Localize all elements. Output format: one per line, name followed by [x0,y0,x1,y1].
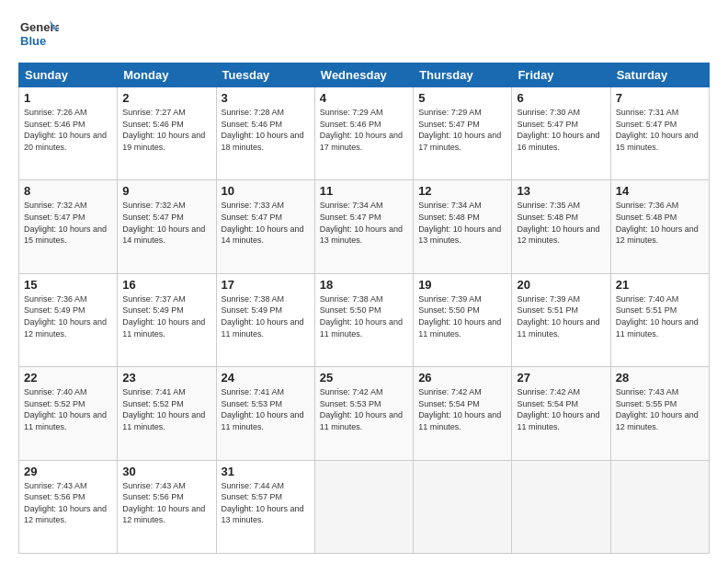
calendar-day-cell [414,460,512,553]
calendar-day-cell: 4 Sunrise: 7:29 AM Sunset: 5:46 PM Dayli… [314,87,413,180]
day-info: Sunrise: 7:33 AM Sunset: 5:47 PM Dayligh… [222,200,310,246]
calendar-day-header: Thursday [414,63,512,87]
calendar-day-cell: 20 Sunrise: 7:39 AM Sunset: 5:51 PM Dayl… [512,273,610,366]
day-info: Sunrise: 7:38 AM Sunset: 5:49 PM Dayligh… [222,293,310,339]
day-number: 12 [418,184,506,198]
day-info: Sunrise: 7:40 AM Sunset: 5:51 PM Dayligh… [616,293,704,339]
day-info: Sunrise: 7:29 AM Sunset: 5:47 PM Dayligh… [418,107,506,153]
calendar-day-cell: 6 Sunrise: 7:30 AM Sunset: 5:47 PM Dayli… [512,87,610,180]
day-number: 23 [122,371,210,385]
calendar-day-header: Sunday [19,63,118,87]
day-number: 31 [222,465,310,478]
day-info: Sunrise: 7:36 AM Sunset: 5:49 PM Dayligh… [24,293,112,339]
calendar-day-cell: 21 Sunrise: 7:40 AM Sunset: 5:51 PM Dayl… [610,273,709,366]
calendar-day-cell: 7 Sunrise: 7:31 AM Sunset: 5:47 PM Dayli… [610,87,709,180]
day-info: Sunrise: 7:39 AM Sunset: 5:50 PM Dayligh… [418,293,506,339]
day-info: Sunrise: 7:38 AM Sunset: 5:50 PM Dayligh… [320,293,408,339]
day-info: Sunrise: 7:35 AM Sunset: 5:48 PM Dayligh… [517,200,605,246]
day-number: 8 [24,184,112,198]
day-info: Sunrise: 7:44 AM Sunset: 5:57 PM Dayligh… [222,480,310,526]
day-number: 5 [418,91,506,105]
day-info: Sunrise: 7:34 AM Sunset: 5:47 PM Dayligh… [320,200,408,246]
day-number: 4 [320,91,408,105]
day-number: 9 [122,184,210,198]
calendar-day-cell: 12 Sunrise: 7:34 AM Sunset: 5:48 PM Dayl… [414,180,512,273]
calendar-header-row: SundayMondayTuesdayWednesdayThursdayFrid… [19,63,710,87]
day-info: Sunrise: 7:42 AM Sunset: 5:54 PM Dayligh… [418,386,506,432]
calendar-day-cell: 25 Sunrise: 7:42 AM Sunset: 5:53 PM Dayl… [314,367,413,460]
calendar-day-cell: 10 Sunrise: 7:33 AM Sunset: 5:47 PM Dayl… [216,180,314,273]
svg-text:Blue: Blue [20,34,46,48]
calendar-table: SundayMondayTuesdayWednesdayThursdayFrid… [18,63,710,554]
day-info: Sunrise: 7:42 AM Sunset: 5:54 PM Dayligh… [517,386,605,432]
calendar-week-row: 29 Sunrise: 7:43 AM Sunset: 5:56 PM Dayl… [19,460,710,553]
day-info: Sunrise: 7:37 AM Sunset: 5:49 PM Dayligh… [122,293,210,339]
day-info: Sunrise: 7:43 AM Sunset: 5:56 PM Dayligh… [122,480,210,526]
day-number: 17 [222,278,310,292]
day-info: Sunrise: 7:30 AM Sunset: 5:47 PM Dayligh… [517,107,605,153]
day-number: 26 [418,371,506,385]
calendar-body: 1 Sunrise: 7:26 AM Sunset: 5:46 PM Dayli… [19,87,710,554]
day-number: 15 [24,278,112,292]
day-info: Sunrise: 7:43 AM Sunset: 5:56 PM Dayligh… [24,480,112,526]
day-number: 3 [222,91,310,105]
calendar-day-cell: 31 Sunrise: 7:44 AM Sunset: 5:57 PM Dayl… [216,460,314,553]
calendar-day-cell: 18 Sunrise: 7:38 AM Sunset: 5:50 PM Dayl… [314,273,413,366]
day-info: Sunrise: 7:32 AM Sunset: 5:47 PM Dayligh… [122,200,210,246]
calendar-day-header: Saturday [610,63,709,87]
day-info: Sunrise: 7:43 AM Sunset: 5:55 PM Dayligh… [616,386,704,432]
day-number: 24 [222,371,310,385]
calendar-day-header: Friday [512,63,610,87]
calendar-day-cell: 2 Sunrise: 7:27 AM Sunset: 5:46 PM Dayli… [118,87,216,180]
calendar-day-cell: 24 Sunrise: 7:41 AM Sunset: 5:53 PM Dayl… [216,367,314,460]
day-info: Sunrise: 7:28 AM Sunset: 5:46 PM Dayligh… [222,107,310,153]
day-number: 6 [517,91,605,105]
day-number: 22 [24,371,112,385]
day-info: Sunrise: 7:27 AM Sunset: 5:46 PM Dayligh… [122,107,210,153]
calendar-day-cell: 11 Sunrise: 7:34 AM Sunset: 5:47 PM Dayl… [314,180,413,273]
day-number: 16 [122,278,210,292]
day-number: 13 [517,184,605,198]
calendar-day-cell: 16 Sunrise: 7:37 AM Sunset: 5:49 PM Dayl… [118,273,216,366]
calendar-day-header: Tuesday [216,63,314,87]
calendar-day-cell: 19 Sunrise: 7:39 AM Sunset: 5:50 PM Dayl… [414,273,512,366]
calendar-day-cell [512,460,610,553]
day-number: 1 [24,91,112,105]
day-number: 10 [222,184,310,198]
calendar-day-cell: 22 Sunrise: 7:40 AM Sunset: 5:52 PM Dayl… [19,367,118,460]
calendar-week-row: 15 Sunrise: 7:36 AM Sunset: 5:49 PM Dayl… [19,273,710,366]
calendar-day-cell: 3 Sunrise: 7:28 AM Sunset: 5:46 PM Dayli… [216,87,314,180]
day-info: Sunrise: 7:31 AM Sunset: 5:47 PM Dayligh… [616,107,704,153]
calendar-week-row: 1 Sunrise: 7:26 AM Sunset: 5:46 PM Dayli… [19,87,710,180]
logo-icon: General Blue [18,15,59,55]
page: General Blue SundayMondayTuesdayWednesda… [0,0,728,563]
day-number: 25 [320,371,408,385]
calendar-day-cell: 5 Sunrise: 7:29 AM Sunset: 5:47 PM Dayli… [414,87,512,180]
day-number: 11 [320,184,408,198]
calendar-day-cell [314,460,413,553]
calendar-day-cell: 9 Sunrise: 7:32 AM Sunset: 5:47 PM Dayli… [118,180,216,273]
day-info: Sunrise: 7:39 AM Sunset: 5:51 PM Dayligh… [517,293,605,339]
day-info: Sunrise: 7:29 AM Sunset: 5:46 PM Dayligh… [320,107,408,153]
calendar-day-cell: 1 Sunrise: 7:26 AM Sunset: 5:46 PM Dayli… [19,87,118,180]
day-number: 7 [616,91,704,105]
calendar-day-header: Monday [118,63,216,87]
calendar-day-cell: 26 Sunrise: 7:42 AM Sunset: 5:54 PM Dayl… [414,367,512,460]
day-number: 30 [122,465,210,478]
day-info: Sunrise: 7:26 AM Sunset: 5:46 PM Dayligh… [24,107,112,153]
day-info: Sunrise: 7:36 AM Sunset: 5:48 PM Dayligh… [616,200,704,246]
calendar-day-cell: 23 Sunrise: 7:41 AM Sunset: 5:52 PM Dayl… [118,367,216,460]
calendar-day-cell: 29 Sunrise: 7:43 AM Sunset: 5:56 PM Dayl… [19,460,118,553]
calendar-week-row: 22 Sunrise: 7:40 AM Sunset: 5:52 PM Dayl… [19,367,710,460]
day-number: 27 [517,371,605,385]
calendar-day-cell: 14 Sunrise: 7:36 AM Sunset: 5:48 PM Dayl… [610,180,709,273]
calendar-day-cell: 30 Sunrise: 7:43 AM Sunset: 5:56 PM Dayl… [118,460,216,553]
calendar-day-cell: 15 Sunrise: 7:36 AM Sunset: 5:49 PM Dayl… [19,273,118,366]
day-info: Sunrise: 7:42 AM Sunset: 5:53 PM Dayligh… [320,386,408,432]
calendar-day-cell: 13 Sunrise: 7:35 AM Sunset: 5:48 PM Dayl… [512,180,610,273]
day-info: Sunrise: 7:34 AM Sunset: 5:48 PM Dayligh… [418,200,506,246]
day-number: 14 [616,184,704,198]
calendar-day-cell [610,460,709,553]
day-number: 20 [517,278,605,292]
day-number: 29 [24,465,112,478]
